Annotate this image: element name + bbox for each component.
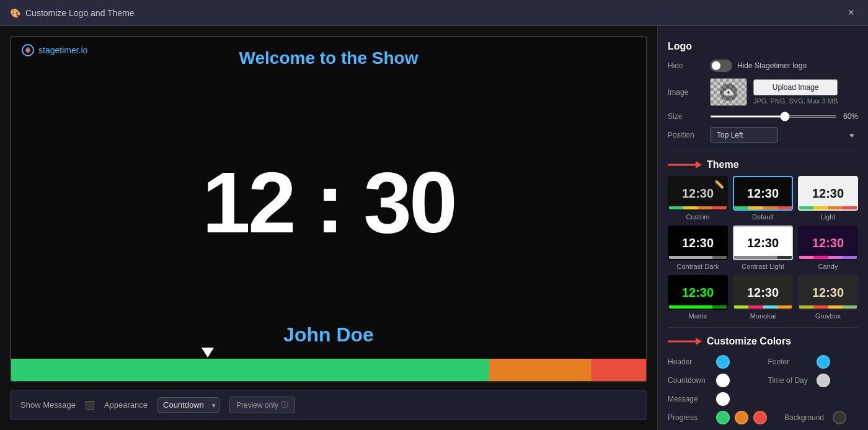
theme-bar-contrast-light [734,256,792,259]
timer-value: 12 : 30 [202,152,455,253]
bottom-controls: Show Message Appearance Countdown Clock … [10,390,647,420]
theme-preview-gruvbox: 12:30 [798,275,858,310]
hide-field-row: Hide Hide Stagetimer logo [668,59,858,72]
title-icon: 🎨 [10,8,20,18]
logo-section: Logo Hide Hide Stagetimer logo Image [668,41,858,143]
theme-label-monokai: Monokai [750,312,776,320]
theme-section-title: Theme [707,159,739,170]
countdown-color-dot[interactable] [716,374,730,387]
preview-only-info-icon: ⓘ [281,400,288,410]
theme-time-matrix: 12:30 [682,286,714,300]
right-panel: Logo Hide Hide Stagetimer logo Image [657,26,868,430]
theme-bar-light [799,206,857,209]
theme-bar-candy [799,256,857,259]
theme-preview-custom: 12:30 ✏️ [668,176,728,211]
theme-label-contrast-dark: Contrast Dark [677,263,719,270]
upload-icon-overlay [720,84,737,101]
position-label: Position [668,131,705,139]
upload-image-button[interactable]: Upload Image [753,79,838,95]
theme-label-light: Light [821,213,836,221]
hide-toggle-label: Hide Stagetimer logo [737,61,807,70]
theme-preview-monokai: 12:30 [733,275,793,310]
upload-btn-group: Upload Image JPG, PNG, SVG, Max 3 MB [753,79,838,105]
background-color-label-inline: Background [784,413,828,422]
theme-label-custom: Custom [686,213,710,221]
theme-time-light: 12:30 [812,186,844,201]
progress-color-green[interactable] [716,411,730,424]
title-bar: 🎨 Customize Logo and Theme × [0,0,868,26]
theme-grid: 12:30 ✏️ Custom 12:30 [668,176,858,320]
header-color-dot[interactable] [716,355,730,369]
hide-label: Hide [668,61,705,70]
divider-2 [668,327,858,328]
theme-label-matrix: Matrix [689,312,707,320]
footer-color-dot[interactable] [817,355,830,369]
appearance-select[interactable]: Countdown Clock Message [157,397,219,413]
preview-only-button[interactable]: Preview only ⓘ [229,397,295,413]
color-field-countdown: Countdown [668,374,758,387]
background-color-dot[interactable] [833,411,846,424]
welcome-text: Welcome to the Show [239,48,418,68]
progress-red [591,359,646,381]
appearance-label: Appearance [104,400,148,410]
timeofday-color-dot[interactable] [817,374,830,387]
dialog-title: Customize Logo and Theme [25,8,135,18]
show-message-label: Show Message [20,400,76,410]
theme-time-default: 12:30 [747,186,779,201]
theme-preview-contrast-dark: 12:30 [668,226,728,260]
progress-color-label: Progress [668,413,711,422]
position-field-row: Position Top Left Top Right Bottom Left … [668,127,858,143]
theme-label-candy: Candy [818,263,838,270]
progress-color-row: Progress Background [668,411,858,424]
theme-card-default[interactable]: 12:30 Default [733,176,793,221]
theme-card-light[interactable]: 12:30 Light [798,176,858,221]
size-field-row: Size 60% [668,112,858,121]
stagetimer-logo-icon [21,43,35,57]
theme-label-default: Default [752,213,774,221]
hide-toggle-slider [710,59,732,72]
show-message-checkbox[interactable] [86,401,94,410]
size-value: 60% [843,112,858,121]
upload-thumbnail[interactable] [710,78,747,106]
upload-hint: JPG, PNG, SVG, Max 3 MB [753,97,838,105]
preview-area: stagetimer.io Welcome to the Show 12 : 3… [0,26,657,430]
timeofday-color-label: Time of Day [768,376,812,385]
logo-name: stagetimer.io [38,45,87,55]
image-field-row: Image Upload Image JPG, PNG, SVG, Max 3 … [668,78,858,106]
theme-card-custom[interactable]: 12:30 ✏️ Custom [668,176,728,221]
theme-label-contrast-light: Contrast Light [742,263,784,270]
progress-color-orange[interactable] [735,411,748,424]
title-bar-left: 🎨 Customize Logo and Theme [10,8,135,18]
svg-marker-3 [696,161,702,169]
pencil-icon: ✏️ [714,180,724,189]
position-select-wrapper[interactable]: Top Left Top Right Bottom Left Bottom Ri… [710,127,858,143]
appearance-select-wrapper[interactable]: Countdown Clock Message [157,397,219,413]
theme-card-contrast-light[interactable]: 12:30 Contrast Light [733,226,793,270]
close-button[interactable]: × [844,5,858,20]
theme-card-monokai[interactable]: 12:30 Monokai [733,275,793,320]
theme-card-contrast-dark[interactable]: 12:30 Contrast Dark [668,226,728,270]
color-field-background [768,392,859,406]
theme-time-contrast-light: 12:30 [747,236,779,250]
theme-bar-monokai [734,305,792,309]
logo-area: stagetimer.io [21,43,87,57]
theme-preview-matrix: 12:30 [668,275,728,310]
customize-colors-arrow-icon [668,335,702,348]
theme-card-matrix[interactable]: 12:30 Matrix [668,275,728,320]
size-slider[interactable] [710,115,837,118]
theme-card-gruvbox[interactable]: 12:30 Gruvbox [798,275,858,320]
hide-toggle[interactable] [710,59,732,72]
theme-bar-matrix [669,305,727,309]
theme-preview-contrast-light: 12:30 [733,226,793,260]
theme-arrow-icon [668,159,702,171]
message-color-dot[interactable] [716,392,730,406]
progress-color-red[interactable] [753,411,767,424]
person-name: John Doe [11,323,646,359]
image-upload-area: Upload Image JPG, PNG, SVG, Max 3 MB [710,78,858,106]
theme-time-custom: 12:30 [682,186,714,201]
theme-arrow-row: Theme [668,159,858,171]
divider-1 [668,151,858,151]
progress-bar [11,359,646,381]
position-select[interactable]: Top Left Top Right Bottom Left Bottom Ri… [710,127,778,143]
theme-card-candy[interactable]: 12:30 Candy [798,226,858,270]
